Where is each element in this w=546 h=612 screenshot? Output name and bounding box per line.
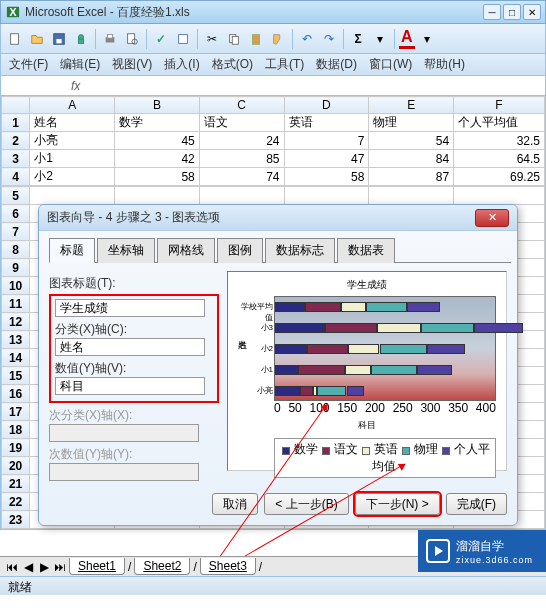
cell[interactable]: 姓名	[30, 114, 115, 132]
minimize-button[interactable]: ─	[483, 4, 501, 20]
col-header[interactable]: A	[30, 97, 115, 114]
cell[interactable]: 58	[284, 168, 369, 186]
chart-title-input[interactable]	[55, 299, 205, 317]
cell[interactable]: 24	[199, 132, 284, 150]
cell[interactable]: 45	[115, 132, 200, 150]
font-color-icon[interactable]: A	[399, 28, 415, 49]
cell[interactable]: 小2	[30, 168, 115, 186]
menu-format[interactable]: 格式(O)	[212, 56, 253, 73]
finish-button[interactable]: 完成(F)	[446, 493, 507, 515]
row-header[interactable]: 17	[2, 403, 30, 421]
tab-datalabels[interactable]: 数据标志	[265, 238, 335, 263]
row-header[interactable]: 9	[2, 259, 30, 277]
dropdown-icon[interactable]: ▾	[370, 29, 390, 49]
row-header[interactable]: 6	[2, 205, 30, 223]
sheet-tab[interactable]: Sheet1	[69, 558, 125, 575]
cell[interactable]: 英语	[284, 114, 369, 132]
row-header[interactable]: 8	[2, 241, 30, 259]
col-header[interactable]: B	[115, 97, 200, 114]
fx-icon[interactable]: fx	[65, 79, 86, 93]
row-header[interactable]: 12	[2, 313, 30, 331]
row-header[interactable]: 1	[2, 114, 30, 132]
row-header[interactable]: 7	[2, 223, 30, 241]
cell[interactable]: 7	[284, 132, 369, 150]
row-header[interactable]: 18	[2, 421, 30, 439]
preview-icon[interactable]	[122, 29, 142, 49]
sheet-nav-next-icon[interactable]: ▶	[36, 560, 52, 574]
col-header[interactable]: C	[199, 97, 284, 114]
col-header[interactable]: E	[369, 97, 454, 114]
cell[interactable]: 小亮	[30, 132, 115, 150]
row-header[interactable]: 15	[2, 367, 30, 385]
cell[interactable]: 69.25	[454, 168, 545, 186]
row-header[interactable]: 14	[2, 349, 30, 367]
cell[interactable]: 54	[369, 132, 454, 150]
save-icon[interactable]	[49, 29, 69, 49]
row-header[interactable]: 10	[2, 277, 30, 295]
x-axis-input[interactable]	[55, 338, 205, 356]
cell[interactable]: 74	[199, 168, 284, 186]
tab-axes[interactable]: 坐标轴	[97, 238, 155, 263]
maximize-button[interactable]: □	[503, 4, 521, 20]
sheet-tab[interactable]: Sheet2	[134, 558, 190, 575]
cell[interactable]: 47	[284, 150, 369, 168]
permission-icon[interactable]	[71, 29, 91, 49]
y-axis-input[interactable]	[55, 377, 205, 395]
cell[interactable]: 数学	[115, 114, 200, 132]
menu-view[interactable]: 视图(V)	[112, 56, 152, 73]
cut-icon[interactable]: ✂	[202, 29, 222, 49]
cell[interactable]: 物理	[369, 114, 454, 132]
menu-file[interactable]: 文件(F)	[9, 56, 48, 73]
menu-insert[interactable]: 插入(I)	[164, 56, 199, 73]
cell[interactable]: 58	[115, 168, 200, 186]
redo-icon[interactable]: ↷	[319, 29, 339, 49]
cell[interactable]: 87	[369, 168, 454, 186]
row-header[interactable]: 21	[2, 475, 30, 493]
undo-icon[interactable]: ↶	[297, 29, 317, 49]
row-header[interactable]: 4	[2, 168, 30, 186]
row-header[interactable]: 19	[2, 439, 30, 457]
close-button[interactable]: ✕	[523, 4, 541, 20]
tab-datatable[interactable]: 数据表	[337, 238, 395, 263]
row-header[interactable]: 13	[2, 331, 30, 349]
cell[interactable]: 32.5	[454, 132, 545, 150]
tab-legend[interactable]: 图例	[217, 238, 263, 263]
open-icon[interactable]	[27, 29, 47, 49]
sheet-nav-last-icon[interactable]: ⏭	[52, 560, 68, 574]
row-header[interactable]: 23	[2, 511, 30, 529]
row-header[interactable]: 2	[2, 132, 30, 150]
select-all-corner[interactable]	[2, 97, 30, 114]
autosum-icon[interactable]: Σ	[348, 29, 368, 49]
menu-edit[interactable]: 编辑(E)	[60, 56, 100, 73]
cell[interactable]: 64.5	[454, 150, 545, 168]
cell[interactable]: 语文	[199, 114, 284, 132]
col-header[interactable]: F	[454, 97, 545, 114]
cell[interactable]: 42	[115, 150, 200, 168]
dialog-close-button[interactable]: ✕	[475, 209, 509, 227]
row-header[interactable]: 11	[2, 295, 30, 313]
menu-data[interactable]: 数据(D)	[316, 56, 357, 73]
menu-tools[interactable]: 工具(T)	[265, 56, 304, 73]
sheet-nav-prev-icon[interactable]: ◀	[20, 560, 36, 574]
row-header[interactable]: 5	[2, 187, 30, 205]
research-icon[interactable]	[173, 29, 193, 49]
next-button[interactable]: 下一步(N) >	[355, 493, 440, 515]
tab-title[interactable]: 标题	[49, 238, 95, 263]
col-header[interactable]: D	[284, 97, 369, 114]
spell-icon[interactable]: ✓	[151, 29, 171, 49]
copy-icon[interactable]	[224, 29, 244, 49]
paste-icon[interactable]	[246, 29, 266, 49]
sheet-nav-first-icon[interactable]: ⏮	[4, 560, 20, 574]
menu-window[interactable]: 窗口(W)	[369, 56, 412, 73]
cell[interactable]: 84	[369, 150, 454, 168]
row-header[interactable]: 16	[2, 385, 30, 403]
cell[interactable]: 小1	[30, 150, 115, 168]
sheet-tab[interactable]: Sheet3	[200, 558, 256, 575]
cell[interactable]: 85	[199, 150, 284, 168]
row-header[interactable]: 3	[2, 150, 30, 168]
dropdown-icon[interactable]: ▾	[417, 29, 437, 49]
cell[interactable]: 个人平均值	[454, 114, 545, 132]
print-icon[interactable]	[100, 29, 120, 49]
tab-gridlines[interactable]: 网格线	[157, 238, 215, 263]
format-painter-icon[interactable]	[268, 29, 288, 49]
